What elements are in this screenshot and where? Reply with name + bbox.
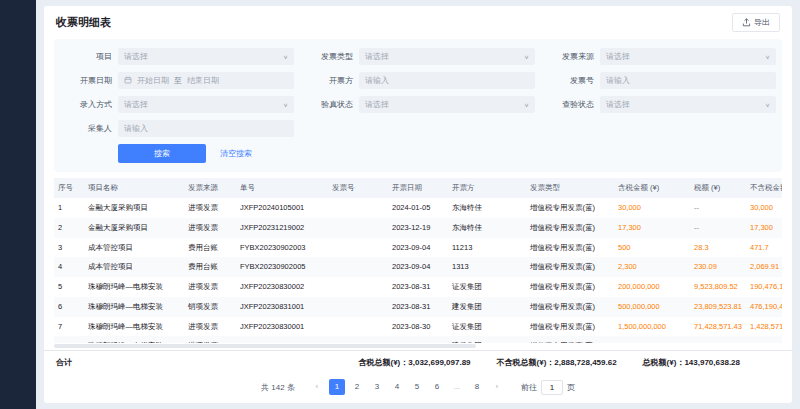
page-button-4[interactable]: 4 — [389, 379, 405, 395]
table-cell: JXFP20230830003 — [236, 336, 328, 343]
verify-status-select-placeholder: 请选择 — [365, 99, 389, 110]
table-cell: 23,809,523.81 — [690, 336, 746, 343]
table-cell: 销项发票 — [184, 297, 236, 317]
page-ellipsis[interactable]: ... — [449, 379, 465, 395]
table-cell: 2023-09-04 — [388, 257, 448, 277]
table-cell: 建发集团 — [448, 297, 526, 317]
table-cell: 2,069.91 — [746, 257, 782, 277]
table-cell: 进项发票 — [184, 317, 236, 337]
column-header-8: 含税金额 (¥) — [614, 178, 690, 198]
next-page-button[interactable]: › — [489, 379, 505, 395]
table-body: 1金融大厦采购项目进项发票JXFP202401050012024-01-05东海… — [54, 198, 782, 343]
invoice-source-select[interactable]: 请选择 ∨ — [600, 48, 776, 65]
table-cell: 30,000 — [746, 198, 782, 218]
table-cell: 珠穆朗玛峰—电梯安装 — [84, 277, 184, 297]
filter-panel: 项目 请选择 ∨ 发票类型 请选择 ∨ 发票来源 请选择 — [54, 39, 782, 172]
total-incl-tax: 含税总额(¥)：3,032,699,097.89 — [358, 357, 470, 368]
column-header-2: 发票来源 — [184, 178, 236, 198]
project-select[interactable]: 请选择 ∨ — [118, 48, 294, 65]
invoice-date-range-picker[interactable]: 开始日期 至 结束日期 — [118, 72, 294, 89]
table-cell: 增值税专用发票(蓝) — [526, 218, 614, 238]
table-cell: 17,300 — [746, 218, 782, 238]
table-cell: 金融大厦采购项目 — [84, 198, 184, 218]
table-cell: 2023-08-30 — [388, 317, 448, 337]
content-card: 收票明细表 导出 项目 请选择 ∨ — [44, 6, 792, 403]
date-end-placeholder: 结束日期 — [187, 75, 219, 86]
collector-label: 采集人 — [54, 123, 112, 134]
invoice-source-label: 发票来源 — [536, 51, 594, 62]
page-jumper: 前往 页 — [521, 380, 575, 395]
invoice-type-select[interactable]: 请选择 ∨ — [359, 48, 535, 65]
table-cell: 珠穆朗玛峰—电梯安装 — [84, 317, 184, 337]
table-cell — [328, 238, 388, 258]
table-cell: 190,476,190.48 — [746, 277, 782, 297]
table-cell — [328, 277, 388, 297]
chevron-down-icon: ∨ — [765, 101, 770, 107]
table-row: 2金融大厦采购项目进项发票JXFP202312190022023-12-19东海… — [54, 218, 782, 238]
jump-suffix: 页 — [567, 382, 575, 393]
clear-search-button[interactable]: 清空搜索 — [220, 148, 252, 159]
check-status-select-placeholder: 请选择 — [606, 99, 630, 110]
issuer-label: 开票方 — [295, 75, 353, 86]
horizontal-scrollbar-thumb[interactable] — [54, 344, 476, 348]
table-cell: 珠穆朗玛峰—电梯安装 — [84, 336, 184, 343]
table-cell: 23,809,523.81 — [690, 297, 746, 317]
table-cell: 11213 — [448, 238, 526, 258]
table-cell: 2023-08-30 — [388, 336, 448, 343]
verify-status-label: 验真状态 — [295, 99, 353, 110]
page-button-5[interactable]: 5 — [409, 379, 425, 395]
entry-method-select[interactable]: 请选择 ∨ — [118, 96, 294, 113]
page-button-8[interactable]: 8 — [469, 379, 485, 395]
table-cell: 28.3 — [690, 238, 746, 258]
column-header-5: 开票日期 — [388, 178, 448, 198]
chevron-down-icon: ∨ — [524, 53, 529, 59]
table-cell: 1313 — [448, 257, 526, 277]
table-row: 7珠穆朗玛峰—电梯安装进项发票JXFP202308300012023-08-30… — [54, 317, 782, 337]
table-cell: 证发集团 — [448, 317, 526, 337]
prev-page-button[interactable]: ‹ — [309, 379, 325, 395]
page-title: 收票明细表 — [56, 15, 111, 30]
table-cell: 71,428,571.43 — [690, 317, 746, 337]
date-start-placeholder: 开始日期 — [137, 75, 169, 86]
chevron-down-icon: ∨ — [765, 53, 770, 59]
table-cell — [328, 336, 388, 343]
table-cell: 东海特佳 — [448, 218, 526, 238]
table-cell: 30,000 — [614, 198, 690, 218]
issuer-input[interactable] — [359, 72, 535, 89]
table-cell: 费用台账 — [184, 257, 236, 277]
table-cell: 4 — [54, 257, 84, 277]
table-cell: 5 — [54, 277, 84, 297]
page-button-6[interactable]: 6 — [429, 379, 445, 395]
table-cell: 进项发票 — [184, 198, 236, 218]
check-status-select[interactable]: 请选择 ∨ — [600, 96, 776, 113]
table-row: 5珠穆朗玛峰—电梯安装进项发票JXFP202308300022023-08-31… — [54, 277, 782, 297]
table-cell: 2023-08-31 — [388, 277, 448, 297]
page-button-2[interactable]: 2 — [349, 379, 365, 395]
calendar-icon — [124, 76, 132, 86]
table-cell — [328, 218, 388, 238]
table-cell: 7 — [54, 317, 84, 337]
page-button-3[interactable]: 3 — [369, 379, 385, 395]
collector-input[interactable] — [118, 120, 294, 137]
table-cell: 珠穆朗玛峰—电梯安装 — [84, 297, 184, 317]
verify-status-select[interactable]: 请选择 ∨ — [359, 96, 535, 113]
table-cell: 增值税专用发票(蓝) — [526, 336, 614, 343]
invoice-no-label: 发票号 — [536, 75, 594, 86]
table-cell: FYBX20230902005 — [236, 257, 328, 277]
search-button[interactable]: 搜索 — [118, 144, 206, 163]
page-jump-input[interactable] — [541, 380, 563, 395]
export-label: 导出 — [754, 17, 770, 28]
table-cell: 2,300 — [614, 257, 690, 277]
table-cell: 2023-08-31 — [388, 297, 448, 317]
page-button-1[interactable]: 1 — [329, 379, 345, 395]
column-header-7: 发票类型 — [526, 178, 614, 198]
export-button[interactable]: 导出 — [732, 13, 780, 32]
table-cell: 进项发票 — [184, 218, 236, 238]
check-status-label: 查验状态 — [536, 99, 594, 110]
table-cell: 进项发票 — [184, 277, 236, 297]
table-cell: 1,428,571,428.57 — [746, 317, 782, 337]
invoice-date-label: 开票日期 — [54, 75, 112, 86]
pagination-total-text: 共 142 条 — [261, 382, 295, 393]
invoice-no-input[interactable] — [600, 72, 776, 89]
table-cell — [328, 198, 388, 218]
